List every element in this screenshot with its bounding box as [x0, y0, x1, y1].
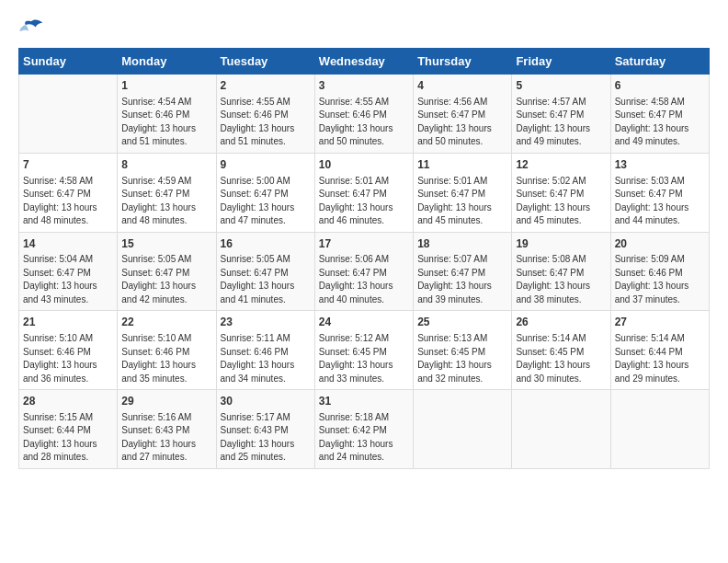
day-cell: 16Sunrise: 5:05 AM Sunset: 6:47 PM Dayli… — [216, 232, 314, 311]
day-cell: 31Sunrise: 5:18 AM Sunset: 6:42 PM Dayli… — [314, 390, 413, 469]
day-cell: 3Sunrise: 4:55 AM Sunset: 6:46 PM Daylig… — [314, 75, 413, 154]
day-info: Sunrise: 5:13 AM Sunset: 6:45 PM Dayligh… — [417, 332, 507, 385]
day-number: 5 — [516, 78, 606, 94]
day-info: Sunrise: 5:01 AM Sunset: 6:47 PM Dayligh… — [417, 175, 507, 228]
day-info: Sunrise: 5:14 AM Sunset: 6:44 PM Dayligh… — [615, 332, 705, 385]
day-number: 17 — [319, 236, 409, 252]
day-info: Sunrise: 5:00 AM Sunset: 6:47 PM Dayligh… — [221, 175, 311, 228]
logo — [18, 18, 48, 39]
day-number: 9 — [221, 157, 311, 173]
day-info: Sunrise: 5:12 AM Sunset: 6:45 PM Dayligh… — [319, 332, 409, 385]
day-number: 14 — [23, 236, 113, 252]
day-info: Sunrise: 4:58 AM Sunset: 6:47 PM Dayligh… — [615, 96, 705, 149]
day-cell: 28Sunrise: 5:15 AM Sunset: 6:44 PM Dayli… — [19, 390, 118, 469]
day-cell: 15Sunrise: 5:05 AM Sunset: 6:47 PM Dayli… — [118, 232, 216, 311]
day-cell: 13Sunrise: 5:03 AM Sunset: 6:47 PM Dayli… — [610, 153, 709, 232]
day-number: 23 — [221, 315, 311, 330]
day-number: 31 — [319, 394, 409, 409]
day-number: 8 — [121, 157, 211, 173]
day-info: Sunrise: 4:54 AM Sunset: 6:46 PM Dayligh… — [121, 96, 211, 149]
week-row-4: 21Sunrise: 5:10 AM Sunset: 6:46 PM Dayli… — [19, 311, 710, 390]
day-number: 6 — [615, 78, 705, 94]
week-row-2: 7Sunrise: 4:58 AM Sunset: 6:47 PM Daylig… — [19, 153, 710, 232]
header-wednesday: Wednesday — [314, 49, 413, 75]
day-info: Sunrise: 4:59 AM Sunset: 6:47 PM Dayligh… — [121, 175, 211, 228]
day-cell: 22Sunrise: 5:10 AM Sunset: 6:46 PM Dayli… — [118, 311, 216, 390]
calendar-body: 1Sunrise: 4:54 AM Sunset: 6:46 PM Daylig… — [19, 75, 710, 469]
day-cell: 25Sunrise: 5:13 AM Sunset: 6:45 PM Dayli… — [414, 311, 512, 390]
day-info: Sunrise: 4:55 AM Sunset: 6:46 PM Dayligh… — [221, 96, 311, 149]
day-info: Sunrise: 5:10 AM Sunset: 6:46 PM Dayligh… — [121, 332, 211, 385]
day-number: 16 — [221, 236, 311, 252]
header-row: SundayMondayTuesdayWednesdayThursdayFrid… — [19, 49, 710, 75]
header-friday: Friday — [512, 49, 610, 75]
day-cell: 17Sunrise: 5:06 AM Sunset: 6:47 PM Dayli… — [314, 232, 413, 311]
day-number: 15 — [121, 236, 211, 252]
day-cell: 4Sunrise: 4:56 AM Sunset: 6:47 PM Daylig… — [414, 75, 512, 154]
week-row-1: 1Sunrise: 4:54 AM Sunset: 6:46 PM Daylig… — [19, 75, 710, 154]
day-cell: 23Sunrise: 5:11 AM Sunset: 6:46 PM Dayli… — [216, 311, 314, 390]
day-number: 24 — [319, 315, 409, 330]
day-info: Sunrise: 5:08 AM Sunset: 6:47 PM Dayligh… — [516, 253, 606, 306]
calendar-table: SundayMondayTuesdayWednesdayThursdayFrid… — [18, 48, 710, 469]
day-info: Sunrise: 5:05 AM Sunset: 6:47 PM Dayligh… — [121, 253, 211, 306]
day-info: Sunrise: 5:17 AM Sunset: 6:43 PM Dayligh… — [221, 411, 311, 465]
day-info: Sunrise: 4:55 AM Sunset: 6:46 PM Dayligh… — [319, 96, 409, 149]
day-info: Sunrise: 4:56 AM Sunset: 6:47 PM Dayligh… — [417, 96, 507, 149]
day-cell: 1Sunrise: 4:54 AM Sunset: 6:46 PM Daylig… — [118, 75, 216, 154]
day-info: Sunrise: 4:57 AM Sunset: 6:47 PM Dayligh… — [516, 96, 606, 149]
calendar-header: SundayMondayTuesdayWednesdayThursdayFrid… — [19, 49, 710, 75]
day-cell — [610, 390, 709, 469]
week-row-5: 28Sunrise: 5:15 AM Sunset: 6:44 PM Dayli… — [19, 390, 710, 469]
day-info: Sunrise: 4:58 AM Sunset: 6:47 PM Dayligh… — [23, 175, 113, 228]
day-number: 22 — [121, 315, 211, 330]
day-number: 3 — [319, 78, 409, 94]
day-number: 21 — [23, 315, 113, 330]
day-number: 26 — [516, 315, 606, 330]
day-info: Sunrise: 5:01 AM Sunset: 6:47 PM Dayligh… — [319, 175, 409, 228]
logo-bird-icon — [18, 18, 44, 39]
header-saturday: Saturday — [610, 49, 709, 75]
day-cell: 18Sunrise: 5:07 AM Sunset: 6:47 PM Dayli… — [414, 232, 512, 311]
day-cell: 27Sunrise: 5:14 AM Sunset: 6:44 PM Dayli… — [610, 311, 709, 390]
day-info: Sunrise: 5:16 AM Sunset: 6:43 PM Dayligh… — [121, 411, 211, 465]
day-number: 20 — [615, 236, 705, 252]
header-monday: Monday — [118, 49, 216, 75]
day-number: 2 — [221, 78, 311, 94]
day-info: Sunrise: 5:02 AM Sunset: 6:47 PM Dayligh… — [516, 175, 606, 228]
header-sunday: Sunday — [19, 49, 118, 75]
day-info: Sunrise: 5:05 AM Sunset: 6:47 PM Dayligh… — [221, 253, 311, 306]
day-cell: 24Sunrise: 5:12 AM Sunset: 6:45 PM Dayli… — [314, 311, 413, 390]
day-cell: 10Sunrise: 5:01 AM Sunset: 6:47 PM Dayli… — [314, 153, 413, 232]
day-number: 28 — [23, 394, 113, 409]
day-number: 11 — [417, 157, 507, 173]
day-number: 19 — [516, 236, 606, 252]
day-cell — [512, 390, 610, 469]
week-row-3: 14Sunrise: 5:04 AM Sunset: 6:47 PM Dayli… — [19, 232, 710, 311]
day-cell: 5Sunrise: 4:57 AM Sunset: 6:47 PM Daylig… — [512, 75, 610, 154]
day-cell: 7Sunrise: 4:58 AM Sunset: 6:47 PM Daylig… — [19, 153, 118, 232]
day-info: Sunrise: 5:04 AM Sunset: 6:47 PM Dayligh… — [23, 253, 113, 306]
day-cell: 29Sunrise: 5:16 AM Sunset: 6:43 PM Dayli… — [118, 390, 216, 469]
day-cell: 9Sunrise: 5:00 AM Sunset: 6:47 PM Daylig… — [216, 153, 314, 232]
day-cell: 19Sunrise: 5:08 AM Sunset: 6:47 PM Dayli… — [512, 232, 610, 311]
day-number: 10 — [319, 157, 409, 173]
day-info: Sunrise: 5:10 AM Sunset: 6:46 PM Dayligh… — [23, 332, 113, 385]
page-header — [18, 18, 710, 39]
day-number: 30 — [221, 394, 311, 409]
day-number: 13 — [615, 157, 705, 173]
day-cell: 21Sunrise: 5:10 AM Sunset: 6:46 PM Dayli… — [19, 311, 118, 390]
day-info: Sunrise: 5:11 AM Sunset: 6:46 PM Dayligh… — [221, 332, 311, 385]
day-number: 29 — [121, 394, 211, 409]
day-info: Sunrise: 5:09 AM Sunset: 6:46 PM Dayligh… — [615, 253, 705, 306]
day-info: Sunrise: 5:14 AM Sunset: 6:45 PM Dayligh… — [516, 332, 606, 385]
day-cell: 26Sunrise: 5:14 AM Sunset: 6:45 PM Dayli… — [512, 311, 610, 390]
day-cell: 2Sunrise: 4:55 AM Sunset: 6:46 PM Daylig… — [216, 75, 314, 154]
day-cell: 20Sunrise: 5:09 AM Sunset: 6:46 PM Dayli… — [610, 232, 709, 311]
day-cell: 14Sunrise: 5:04 AM Sunset: 6:47 PM Dayli… — [19, 232, 118, 311]
day-cell — [414, 390, 512, 469]
day-number: 1 — [121, 78, 211, 94]
day-number: 7 — [23, 157, 113, 173]
day-cell — [19, 75, 118, 154]
day-number: 27 — [615, 315, 705, 330]
